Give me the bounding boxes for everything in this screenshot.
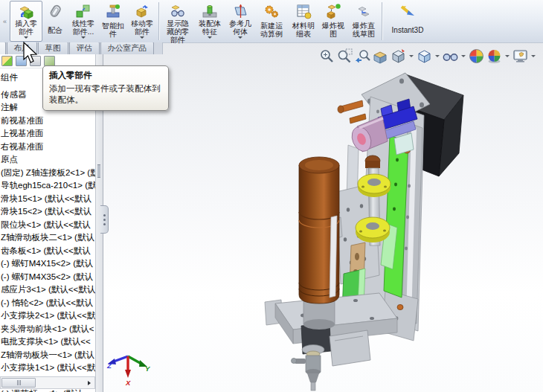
view-orientation-icon[interactable] <box>390 48 407 65</box>
triad-y-axis: Y <box>128 356 151 373</box>
instant3d-button[interactable]: Instant3D <box>385 1 431 42</box>
tree-item-component[interactable]: 小支撑块1<1> (默认<<默 <box>0 362 95 375</box>
explode-line-sketch-button[interactable]: 爆炸直 线草图 <box>347 1 380 42</box>
instant3d-label: Instant3D <box>392 19 424 40</box>
view-settings-icon[interactable] <box>512 48 529 65</box>
zoom-to-fit-icon[interactable] <box>318 48 335 65</box>
show-hidden-components-label: 显示隐 藏的零 部件 <box>167 19 189 44</box>
tree-item-component[interactable]: 齿条板<1> (默认<<默认 <box>0 245 95 258</box>
insert-component-label: 插入零 部件 <box>15 19 37 36</box>
hide-show-items-dropdown[interactable] <box>461 55 466 57</box>
assembly-features-icon <box>202 3 218 19</box>
new-motion-study-button[interactable]: 新建运 动算例 <box>255 1 288 42</box>
dimxpertmanager-tab-icon[interactable] <box>44 56 55 66</box>
new-motion-study-label: 新建运 动算例 <box>260 19 283 40</box>
exploded-view-label: 爆炸视 图 <box>322 19 344 40</box>
tooltip-title: 插入零部件 <box>49 70 162 81</box>
tree-item-component[interactable]: 导轨egh15ca-210<1> (默 <box>0 179 95 193</box>
tree-item-component[interactable]: (-) 惰轮<2> (默认<<默认 <box>0 297 95 310</box>
explode-line-sketch-label: 爆炸直 线草图 <box>353 19 375 40</box>
model-copper-pin[interactable] <box>338 100 366 123</box>
previous-view-icon[interactable] <box>354 48 371 65</box>
mate-button[interactable]: 配合 <box>42 1 68 42</box>
model-flange-lower[interactable] <box>356 217 390 242</box>
insert-component-tooltip: 插入零部件 添加一现有零件或子装配体到装配体。 <box>42 65 169 111</box>
tree-item-origin[interactable]: 原点 <box>0 153 95 167</box>
show-hidden-components-button[interactable]: 显示隐 藏的零 部件 <box>161 1 194 42</box>
tree-item-component[interactable]: 感应片3<1> (默认<<默认 <box>0 283 95 297</box>
model-electric-driver[interactable] <box>299 157 339 330</box>
assembly-features-button[interactable]: 装配体 特征 <box>194 1 225 42</box>
toolbar-overflow-chevron-icon[interactable]: « <box>0 0 10 42</box>
new-motion-study-icon <box>263 3 280 19</box>
assembly-features-dropdown[interactable] <box>208 36 212 39</box>
tree-item-component[interactable]: 夹头滑动前块<1> (默认< <box>0 323 95 336</box>
edit-appearance-icon[interactable] <box>468 48 485 65</box>
tab-evaluate[interactable]: 评估 <box>69 42 100 54</box>
tree-item-front-plane[interactable]: 前视基准面 <box>0 115 95 128</box>
tree-item-component[interactable]: 限位块<1> (默认<<默认 <box>0 219 95 232</box>
heads-up-view-toolbar <box>318 48 537 65</box>
apply-scene-icon[interactable] <box>486 48 503 65</box>
zoom-to-area-icon[interactable] <box>336 48 353 65</box>
model-flange-upper[interactable] <box>358 174 391 197</box>
splitter-grip[interactable] <box>97 164 100 178</box>
tree-horizontal-scrollbar[interactable] <box>0 376 95 389</box>
svg-text:Y: Y <box>145 364 151 373</box>
scrollbar-right-arrow[interactable] <box>83 377 94 388</box>
move-component-dropdown[interactable] <box>140 36 144 39</box>
hide-show-items-icon[interactable] <box>442 48 459 65</box>
tab-office-products[interactable]: 办公室产品 <box>100 42 155 54</box>
view-settings-dropdown[interactable] <box>531 55 536 57</box>
triad-x-axis: X <box>125 356 131 387</box>
apply-scene-dropdown[interactable] <box>505 55 510 57</box>
tree-item-component[interactable]: (固定) Z轴连接板2<1> (默 <box>0 167 95 180</box>
tree-item-component[interactable]: 小支撑块2<1> (默认<<默 <box>0 309 95 323</box>
bill-of-materials-button[interactable]: 材料明 细表 <box>288 1 319 42</box>
instant3d-icon <box>399 3 416 19</box>
explode-line-sketch-icon <box>356 3 372 19</box>
tree-item-component[interactable]: 滑块15<2> (默认<<默认 <box>0 205 95 219</box>
move-component-button[interactable]: 移动零 部件 <box>127 1 157 42</box>
exploded-view-button[interactable]: 爆炸视 图 <box>319 1 347 42</box>
linear-component-pattern-dropdown[interactable] <box>81 36 86 39</box>
insert-component-icon <box>18 3 34 19</box>
model-chuck[interactable] <box>292 345 325 391</box>
featuremanager-tree-tab-icon[interactable] <box>1 56 13 66</box>
reference-geometry-label: 参考几 何体 <box>229 19 251 36</box>
tab-sketch[interactable]: 草图 <box>38 42 68 54</box>
tree-item-component[interactable]: (-) 螺钉M4X15<2> (默认 <box>0 257 95 271</box>
splitter-flyout-handle[interactable] <box>100 205 109 234</box>
toolbar-separator <box>382 2 383 40</box>
scrollbar-thumb[interactable] <box>1 378 36 388</box>
tree-item-component[interactable]: Z轴滑动板块一<1> (默认 <box>0 349 95 362</box>
smart-fasteners-icon <box>105 3 121 19</box>
tree-item-component[interactable]: 滑块15<1> (默认<<默认 <box>0 193 95 206</box>
tree-item-right-plane[interactable]: 右视基准面 <box>0 141 95 154</box>
tree-item-component[interactable]: 电批支撑块<1> (默认<< <box>0 335 95 349</box>
linear-component-pattern-button[interactable]: 线性零 部件... <box>68 1 99 42</box>
mate-icon <box>47 3 63 19</box>
smart-fasteners-button[interactable]: 智能扣 件 <box>99 1 127 42</box>
mate-label: 配合 <box>48 19 62 40</box>
tab-assembly[interactable]: 装配体 <box>0 42 6 54</box>
display-style-dropdown[interactable] <box>435 55 440 57</box>
tree-item-component[interactable]: (-) 螺钉M4X35<2> (默认 <box>0 271 95 284</box>
insert-component-button[interactable]: 插入零 部件 <box>10 1 42 42</box>
move-component-label: 移动零 部件 <box>131 19 153 36</box>
model-bracket-arm[interactable] <box>330 330 370 366</box>
model-copper-bolt[interactable] <box>397 304 403 309</box>
insert-component-dropdown[interactable] <box>24 36 28 39</box>
display-style-icon[interactable] <box>416 48 433 65</box>
svg-text:Z: Z <box>106 362 112 370</box>
reference-geometry-icon <box>232 3 248 19</box>
move-component-icon <box>134 3 150 19</box>
reference-geometry-dropdown[interactable] <box>238 36 242 39</box>
section-view-icon[interactable] <box>372 48 389 65</box>
tree-item-top-plane[interactable]: 上视基准面 <box>0 127 95 141</box>
svg-text:X: X <box>125 379 131 387</box>
view-orientation-dropdown[interactable] <box>409 55 414 57</box>
smart-fasteners-label: 智能扣 件 <box>102 19 124 40</box>
tree-item-component[interactable]: Z轴滑动板块二<1> (默认 <box>0 231 95 245</box>
reference-geometry-button[interactable]: 参考几 何体 <box>225 1 255 42</box>
